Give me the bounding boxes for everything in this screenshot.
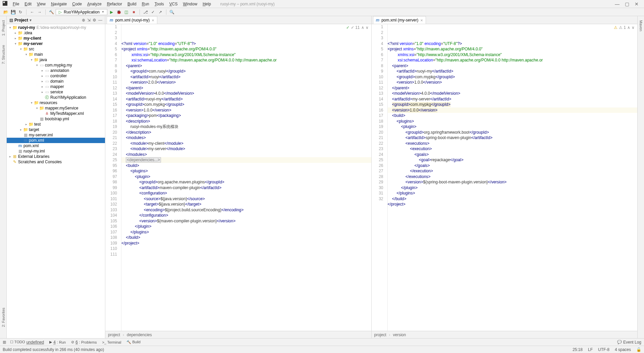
back-icon[interactable]: ← xyxy=(29,9,35,15)
run-config-selector[interactable]: ▷ RuoYiMyApplication ▼ xyxy=(56,9,107,15)
event-log-button[interactable]: 💬 Event Log xyxy=(617,340,641,345)
breadcrumbs[interactable]: project › dependencies xyxy=(105,331,371,338)
vcs-icon[interactable]: ⎇ xyxy=(143,9,149,15)
close-tab-icon[interactable]: × xyxy=(152,18,154,23)
select-opened-file-icon[interactable]: ⊕ xyxy=(82,18,85,23)
commit-icon[interactable]: ✓ xyxy=(150,9,156,15)
tool-structure-tab[interactable]: 7: Structure xyxy=(1,44,5,65)
prev-highlight-icon[interactable]: ∧ xyxy=(627,25,630,31)
push-icon[interactable]: ↗ xyxy=(157,9,163,15)
menu-code[interactable]: Code xyxy=(69,1,85,7)
readonly-icon[interactable]: 🔓 xyxy=(636,347,641,352)
crumb-dependencies[interactable]: dependencies xyxy=(127,333,152,337)
tree-item-domain[interactable]: ▸▭domain xyxy=(7,79,105,84)
inspection-count[interactable]: ✓ 11 xyxy=(351,25,360,31)
open-icon[interactable]: 📂 xyxy=(3,9,9,15)
settings-icon[interactable]: ⚙ xyxy=(93,18,96,23)
tool-todo[interactable]: ☐ TODOundefined xyxy=(10,340,44,345)
debug-icon[interactable]: 🐞 xyxy=(116,9,122,15)
refresh-icon[interactable]: ↻ xyxy=(17,9,23,15)
tree-item--idea[interactable]: ▸📁.idea xyxy=(7,30,105,36)
menu-refactor[interactable]: Refactor xyxy=(104,1,125,7)
save-all-icon[interactable]: 💾 xyxy=(10,9,16,15)
close-button[interactable]: ✕ xyxy=(635,1,639,7)
tree-item-scratches-and-consoles[interactable]: ✎Scratches and Consoles xyxy=(7,159,105,165)
tree-item-target[interactable]: ▸📁target xyxy=(7,127,105,132)
prev-highlight-icon[interactable]: ∧ xyxy=(361,25,364,31)
tool--run[interactable]: ▶ 4: Run xyxy=(49,340,66,345)
menu-help[interactable]: Help xyxy=(200,1,214,7)
tool-favorites-tab[interactable]: 2: Favorites xyxy=(1,306,5,328)
project-tree[interactable]: ▾📁ruoyi-myE:\idea-workspace\ruoyi-my▸📁.i… xyxy=(7,24,105,338)
menu-run[interactable]: Run xyxy=(139,1,152,7)
code-area[interactable]: ⚠⚠ 1∧∨ <?xml version="1.0" encoding="UTF… xyxy=(388,24,638,331)
tree-item-service[interactable]: ▸▭service xyxy=(7,89,105,95)
expand-all-icon[interactable]: ⇲ xyxy=(87,18,91,23)
breadcrumbs[interactable]: project › version xyxy=(372,331,638,338)
right-tool-gutter: Maven xyxy=(637,16,644,338)
menu-view[interactable]: View xyxy=(34,1,48,7)
menu-window[interactable]: Window xyxy=(180,1,200,7)
coverage-icon[interactable]: ◫ xyxy=(123,9,129,15)
tool-maven-tab[interactable]: Maven xyxy=(639,19,643,33)
crumb-version[interactable]: version xyxy=(393,333,406,337)
crumb-project[interactable]: project xyxy=(108,333,120,337)
tree-item-main[interactable]: ▾📁main xyxy=(7,52,105,57)
tree-item-my-server-iml[interactable]: ▦my-server.iml xyxy=(7,132,105,138)
tool--problems[interactable]: ⊘ 6: Problems xyxy=(71,340,97,345)
tree-item-external-libraries[interactable]: ▸⊞External Libraries xyxy=(7,154,105,159)
tool-build[interactable]: 🔨 Build xyxy=(126,340,141,345)
menu-tools[interactable]: Tools xyxy=(152,1,167,7)
line-gutter[interactable]: 1234567891011121314151617181920212223242… xyxy=(105,24,121,331)
forward-icon[interactable]: → xyxy=(37,9,43,15)
next-highlight-icon[interactable]: ∨ xyxy=(366,25,369,31)
tree-item-com-mypkg-my[interactable]: ▾▭com.mypkg.my xyxy=(7,62,105,68)
tree-item-pom-xml[interactable]: mpom.xml xyxy=(7,143,105,148)
stop-icon[interactable]: ■ xyxy=(131,9,137,15)
menu-vcs[interactable]: VCS xyxy=(167,1,180,7)
tree-item-my-server[interactable]: ▾📁my-server xyxy=(7,41,105,46)
tree-item-mapper-myservice[interactable]: ▾📁mapper.myService xyxy=(7,105,105,111)
tree-item-annotation[interactable]: ▸▭annotation xyxy=(7,68,105,73)
tree-item-controller[interactable]: ▸▭controller xyxy=(7,73,105,79)
tree-item-src[interactable]: ▾📁src xyxy=(7,46,105,52)
run-icon[interactable]: ▶ xyxy=(109,9,115,15)
minimize-button[interactable]: — xyxy=(615,1,620,7)
close-tab-icon[interactable]: × xyxy=(420,18,423,23)
code-area[interactable]: ✓✓ 11∧∨ <?xml version="1.0" encoding="UT… xyxy=(121,24,371,331)
tree-item-pom-xml[interactable]: mpom.xml xyxy=(7,138,105,143)
tree-item-ruoyimyapplication[interactable]: ⓒRuoYiMyApplication xyxy=(7,95,105,100)
crumb-project[interactable]: project xyxy=(374,333,386,337)
tree-item-mapper[interactable]: ▸▭mapper xyxy=(7,84,105,89)
maximize-button[interactable]: ▢ xyxy=(625,1,629,7)
tree-item-java[interactable]: ▾📁java xyxy=(7,57,105,62)
tool-terminal[interactable]: >_ Terminal xyxy=(102,340,121,345)
search-icon[interactable]: 🔍 xyxy=(169,9,175,15)
line-gutter[interactable]: 1234567891011121314151617181920212223242… xyxy=(372,24,388,331)
tree-item-mytestmapper-xml[interactable]: ⋔MyTestMapper.xml xyxy=(7,111,105,116)
tool-project-tab[interactable]: 1: Project xyxy=(1,19,5,37)
tab-pom-my-server[interactable]: m pom.xml (my-server) × xyxy=(373,16,426,24)
tab-pom-ruoyi-my[interactable]: m pom.xml (ruoyi-my) × xyxy=(107,16,157,24)
menu-file[interactable]: File xyxy=(10,1,22,7)
menu-edit[interactable]: Edit xyxy=(22,1,34,7)
menu-navigate[interactable]: Navigate xyxy=(48,1,69,7)
next-highlight-icon[interactable]: ∨ xyxy=(632,25,635,31)
menu-build[interactable]: Build xyxy=(125,1,139,7)
cursor-position[interactable]: 25:18 xyxy=(573,347,583,352)
tree-item-ruoyi-my-iml[interactable]: ▦ruoyi-my.iml xyxy=(7,148,105,154)
tree-item-my-client[interactable]: ▸📁my-client xyxy=(7,36,105,41)
tree-item-bootstrap-yml[interactable]: ▦bootstrap.yml xyxy=(7,116,105,122)
line-separator[interactable]: LF xyxy=(588,347,593,352)
tool-windows-icon[interactable]: ▥ xyxy=(3,340,6,344)
tree-item-resources[interactable]: ▾📁resources xyxy=(7,100,105,105)
toolbar: 📂 💾 ↻ ← → 🔨 ▷ RuoYiMyApplication ▼ ▶ 🐞 ◫… xyxy=(0,8,644,16)
tree-item-ruoyi-my[interactable]: ▾📁ruoyi-myE:\idea-workspace\ruoyi-my xyxy=(7,25,105,30)
file-encoding[interactable]: UTF-8 xyxy=(598,347,609,352)
hide-icon[interactable]: — xyxy=(98,18,102,23)
inspection-count[interactable]: ⚠ 1 xyxy=(619,25,626,31)
tree-item-test[interactable]: ▸📁test xyxy=(7,122,105,127)
indent-setting[interactable]: 4 spaces xyxy=(615,347,631,352)
build-icon[interactable]: 🔨 xyxy=(48,9,54,15)
menu-analyze[interactable]: Analyze xyxy=(85,1,104,7)
